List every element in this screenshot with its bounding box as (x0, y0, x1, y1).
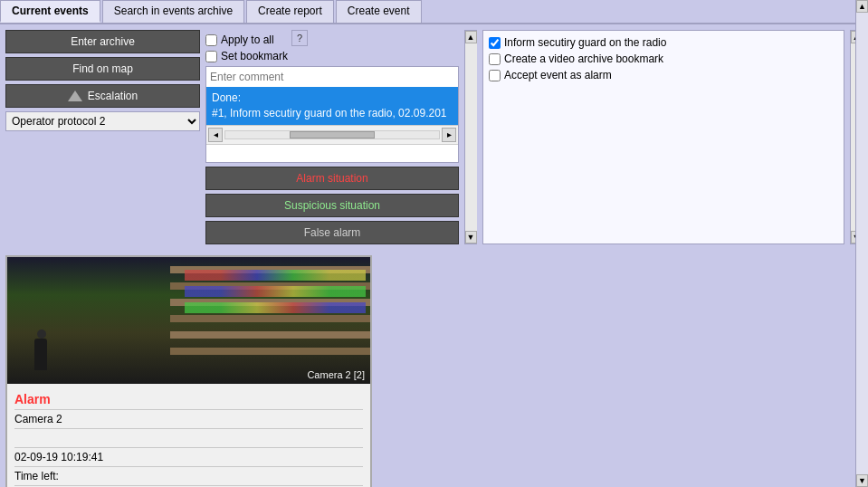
done-label: Done: (212, 91, 241, 104)
shelf-6 (170, 348, 370, 355)
alarm-title-row: Alarm (14, 389, 363, 410)
operator-select[interactable]: Operator protocol 2 Operator protocol 1 … (5, 111, 200, 131)
comment-area: Done: #1, Inform secutiry guard on the r… (205, 66, 459, 163)
inner-area (206, 144, 458, 162)
right-checkbox-row-2: Create a video archive bookmark (489, 53, 838, 65)
done-box: Done: #1, Inform secutiry guard on the r… (206, 87, 458, 125)
tab-create-event[interactable]: Create event (336, 0, 422, 23)
products-3 (185, 302, 367, 313)
right-checkbox-2[interactable] (489, 53, 501, 65)
global-scroll-track (856, 13, 868, 474)
right-label-2: Create a video archive bookmark (504, 53, 663, 65)
set-bookmark-label: Set bookmark (221, 50, 288, 62)
scroll-x: ◂ ▸ (206, 125, 458, 144)
apply-to-all-row: Apply to all (205, 33, 288, 46)
escalation-label: Escalation (88, 90, 138, 102)
middle-panel: Apply to all Set bookmark ? Done: #1, In… (205, 30, 459, 244)
help-button[interactable]: ? (291, 30, 308, 46)
mid-scrollbar: ▲ ▼ (464, 30, 477, 244)
products-2 (185, 286, 367, 297)
global-scroll-down[interactable]: ▼ (856, 474, 868, 487)
person-head (37, 329, 46, 339)
right-checkbox-3[interactable] (489, 70, 501, 81)
left-panel: Enter archive Find on map Escalation Ope… (5, 30, 200, 244)
products-1 (185, 270, 367, 281)
tab-create-report[interactable]: Create report (246, 0, 334, 23)
camera-background (7, 257, 370, 384)
right-checkbox-1[interactable] (489, 37, 501, 49)
shelf-5 (170, 331, 370, 339)
tab-search-archive[interactable]: Search in events archive (102, 0, 244, 23)
top-row: Apply to all Set bookmark ? (205, 30, 459, 62)
mid-scroll-track (465, 43, 477, 231)
global-scrollbar: ▲ ▼ (855, 0, 868, 487)
person-body (34, 339, 47, 370)
time-left-label: Time left: (14, 470, 59, 482)
escalation-button[interactable]: Escalation (5, 84, 200, 108)
alarm-title: Alarm (14, 392, 51, 406)
alarm-info: Alarm Camera 2 02-09-19 10:19:41 Time le… (7, 384, 370, 487)
camera-name: Camera 2 (14, 413, 62, 425)
right-checkbox-row-1: Inform secutiry guard on the radio (489, 36, 838, 49)
bottom-section: Camera 2 [2] Alarm Camera 2 02-09-19 10:… (0, 250, 868, 487)
tab-bar: Current events Search in events archive … (0, 0, 868, 24)
operator-row: Operator protocol 2 Operator protocol 1 … (5, 111, 200, 131)
time-left-row: Time left: (14, 467, 363, 486)
false-alarm-button[interactable]: False alarm (205, 221, 459, 244)
set-bookmark-row: Set bookmark (205, 50, 288, 62)
comment-input[interactable] (206, 67, 458, 87)
mid-scroll-up[interactable]: ▲ (465, 31, 477, 43)
camera-label: Camera 2 [2] (307, 369, 365, 380)
global-scroll-up[interactable]: ▲ (856, 0, 868, 13)
shelf-4 (170, 315, 370, 322)
right-label-1: Inform secutiry guard on the radio (504, 36, 666, 49)
enter-archive-button[interactable]: Enter archive (5, 30, 200, 53)
alarm-situation-button[interactable]: Alarm situation (205, 167, 459, 190)
suspicious-situation-button[interactable]: Suspicious situation (205, 194, 459, 217)
apply-to-all-label: Apply to all (221, 33, 274, 46)
camera-card: Camera 2 [2] Alarm Camera 2 02-09-19 10:… (5, 255, 372, 487)
scroll-left-btn[interactable]: ◂ (208, 128, 223, 142)
escalation-icon (68, 91, 82, 101)
done-detail: #1, Inform secutiry guard on the radio, … (212, 107, 447, 119)
scroll-thumb (290, 131, 375, 138)
set-bookmark-checkbox[interactable] (205, 51, 217, 62)
datetime: 02-09-19 10:19:41 (14, 451, 103, 463)
apply-to-all-checkbox[interactable] (205, 34, 217, 46)
main-content: Enter archive Find on map Escalation Ope… (0, 24, 868, 250)
right-checkbox-row-3: Accept event as alarm (489, 69, 838, 81)
camera-view: Camera 2 [2] (7, 257, 370, 384)
datetime-row: 02-09-19 10:19:41 (14, 448, 363, 467)
find-on-map-button[interactable]: Find on map (5, 57, 200, 81)
right-label-3: Accept event as alarm (504, 69, 612, 81)
scroll-track (224, 130, 440, 139)
right-panel: Inform secutiry guard on the radio Creat… (482, 30, 844, 244)
spacer-row (14, 429, 363, 448)
mid-scroll-down[interactable]: ▼ (465, 231, 477, 244)
camera-name-row: Camera 2 (14, 410, 363, 429)
scroll-right-btn[interactable]: ▸ (442, 128, 456, 142)
tab-current-events[interactable]: Current events (0, 0, 100, 23)
checkbox-section: Apply to all Set bookmark (205, 30, 288, 62)
